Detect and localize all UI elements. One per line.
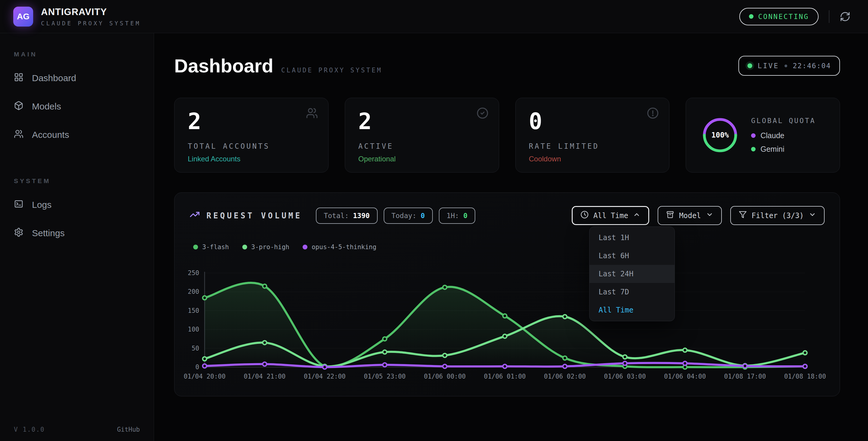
svg-text:01/06 03:00: 01/06 03:00 (604, 373, 646, 380)
app-title: ANTIGRAVITY (41, 7, 141, 18)
stat-label: TOTAL ACCOUNTS (188, 142, 315, 150)
dashboard-grid-icon (14, 72, 24, 84)
page-title: Dashboard (174, 55, 273, 77)
quota-ring: 100% (702, 117, 738, 153)
quota-legend-label: Gemini (761, 145, 784, 153)
brand-block: ANTIGRAVITY CLAUDE PROXY SYSTEM (41, 7, 141, 27)
gemini-dot (751, 147, 755, 151)
svg-text:01/04 20:00: 01/04 20:00 (184, 373, 225, 380)
legend-label: 3-flash (202, 243, 229, 251)
status-text: CONNECTING (758, 13, 809, 21)
sidebar-item-dashboard[interactable]: Dashboard (0, 68, 154, 88)
time-range-option[interactable]: Last 6H (590, 247, 675, 265)
svg-text:01/06 00:00: 01/06 00:00 (424, 373, 466, 380)
stat-value: 0 (529, 110, 656, 133)
badge-value: 0 (421, 212, 425, 219)
stat-card-active: 2 ACTIVE Operational (345, 98, 499, 173)
stat-label: ACTIVE (358, 142, 486, 150)
time-range-option[interactable]: Last 1H (590, 229, 675, 247)
stat-card-rate-limited: 0 RATE LIMITED Cooldown (516, 98, 670, 173)
badge-value: 1390 (353, 212, 370, 219)
trending-up-icon (190, 209, 200, 222)
sidebar-item-accounts[interactable]: Accounts (0, 125, 154, 145)
svg-text:150: 150 (188, 307, 199, 314)
sidebar-item-logs[interactable]: Logs (0, 195, 154, 215)
badge-value: 0 (463, 212, 467, 219)
quota-label: GLOBAL QUOTA (751, 117, 815, 124)
app-version: V 1.0.0 (14, 426, 45, 433)
global-quota-card: 100% GLOBAL QUOTA Claude Gemini (686, 98, 840, 173)
page-subtitle: CLAUDE PROXY SYSTEM (281, 67, 382, 74)
sidebar-item-settings[interactable]: Settings (0, 223, 154, 243)
stat-sublabel: Operational (358, 155, 486, 163)
svg-text:0: 0 (195, 363, 199, 371)
stat-sublabel: Cooldown (529, 155, 656, 163)
separator-dot (784, 64, 787, 67)
chevron-down-icon (706, 211, 713, 220)
status-dot (749, 14, 753, 19)
legend-item-3-flash[interactable]: 3-flash (193, 243, 229, 251)
time-range-option[interactable]: Last 24H (590, 265, 675, 283)
sidebar-item-label: Dashboard (32, 73, 76, 83)
filter-label: Filter (3/3) (752, 211, 804, 220)
app-logo: AG (13, 7, 33, 27)
stat-value: 2 (358, 110, 486, 133)
time-range-button[interactable]: All Time (572, 206, 650, 225)
refresh-icon[interactable] (840, 11, 850, 22)
quota-legend-claude: Claude (751, 131, 815, 140)
time-range-menu: Last 1H Last 6H Last 24H Last 7D All Tim… (589, 227, 675, 321)
main-content: Dashboard CLAUDE PROXY SYSTEM LIVE 22:46… (154, 33, 868, 441)
terminal-icon (14, 199, 24, 211)
model-label: Model (679, 211, 701, 220)
check-circle-icon (476, 107, 489, 120)
badge-label: 1H: (447, 212, 459, 219)
funnel-icon (739, 210, 747, 220)
stat-value: 2 (188, 110, 315, 133)
svg-text:01/06 01:00: 01/06 01:00 (484, 373, 526, 380)
alert-circle-icon (647, 107, 659, 120)
svg-text:200: 200 (188, 288, 199, 295)
series-dot (242, 245, 247, 249)
live-status-badge: LIVE 22:46:04 (738, 56, 840, 76)
chevron-up-icon (633, 211, 641, 220)
time-range-option[interactable]: All Time (590, 301, 675, 319)
svg-text:01/06 02:00: 01/06 02:00 (544, 373, 586, 380)
model-button[interactable]: Model (658, 206, 721, 225)
sidebar-item-label: Accounts (32, 130, 69, 140)
time-range-label: All Time (593, 211, 628, 220)
github-link[interactable]: GitHub (117, 426, 140, 433)
svg-text:01/08 18:00: 01/08 18:00 (784, 373, 826, 380)
total-badge: Total: 1390 (316, 208, 377, 224)
stat-card-total-accounts: 2 TOTAL ACCOUNTS Linked Accounts (174, 98, 329, 173)
chart-legend: 3-flash 3-pro-high opus-4-5-thinking (193, 243, 376, 251)
stat-sublabel: Linked Accounts (188, 155, 315, 163)
claude-dot (751, 133, 755, 138)
panel-title: REQUEST VOLUME (207, 211, 302, 220)
legend-label: opus-4-5-thinking (312, 243, 376, 251)
svg-text:01/06 04:00: 01/06 04:00 (664, 373, 706, 380)
time-range-option[interactable]: Last 7D (590, 283, 675, 301)
app-subtitle: CLAUDE PROXY SYSTEM (41, 20, 141, 27)
series-dot (303, 245, 307, 249)
connection-status-badge: CONNECTING (739, 8, 818, 25)
legend-item-opus-4-5-thinking[interactable]: opus-4-5-thinking (303, 243, 376, 251)
svg-text:100: 100 (188, 326, 199, 333)
one-hour-badge: 1H: 0 (439, 208, 475, 224)
live-dot (747, 63, 752, 68)
svg-text:01/04 21:00: 01/04 21:00 (244, 373, 286, 380)
svg-text:01/08 17:00: 01/08 17:00 (724, 373, 766, 380)
topbar-divider (829, 10, 830, 23)
svg-text:50: 50 (192, 345, 199, 352)
top-bar: AG ANTIGRAVITY CLAUDE PROXY SYSTEM CONNE… (0, 0, 868, 33)
legend-item-3-pro-high[interactable]: 3-pro-high (242, 243, 289, 251)
cube-icon (14, 101, 24, 113)
filter-button[interactable]: Filter (3/3) (730, 206, 825, 225)
live-time: 22:46:04 (793, 62, 831, 70)
svg-text:250: 250 (188, 269, 199, 276)
quota-legend-gemini: Gemini (751, 145, 815, 153)
sidebar-item-label: Models (32, 101, 61, 112)
sidebar-item-models[interactable]: Models (0, 96, 154, 116)
badge-label: Total: (324, 212, 349, 219)
sidebar-item-label: Logs (32, 200, 52, 210)
users-icon (306, 107, 318, 120)
